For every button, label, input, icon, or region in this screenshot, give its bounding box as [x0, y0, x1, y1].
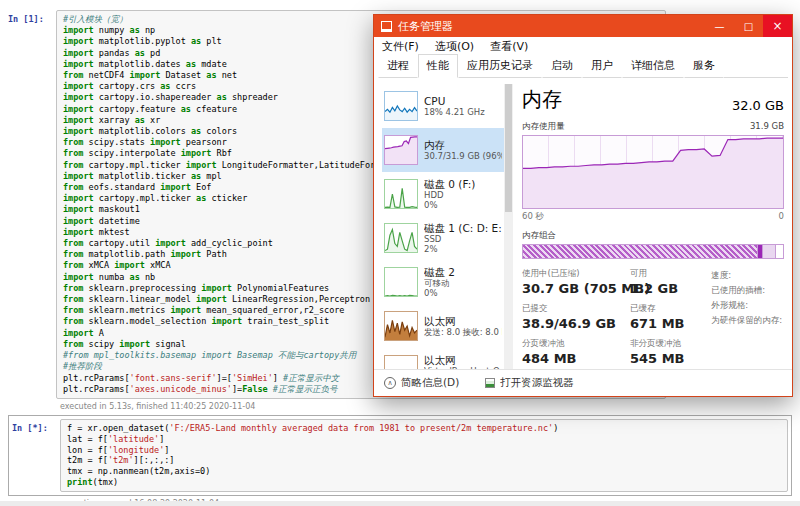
selected-cell-border: In [*]: f = xr.open_dataset('F:/ERA5-Lan… [8, 415, 792, 496]
window-title: 任务管理器 [398, 19, 453, 34]
code-line: t2m = f['t2m'][:,:,:] [67, 455, 781, 466]
tab[interactable]: 应用历史记录 [458, 54, 542, 78]
sidebar-item-detail: 30.7/31.9 GB (96%) [424, 151, 502, 161]
tab-bar: 进程性能应用历史记录启动用户详细信息服务 [374, 56, 792, 78]
disk2-mini-graph [384, 267, 418, 297]
sidebar-item-name: 磁盘 0 (F:) [424, 178, 475, 190]
fewer-details-label: 简略信息(D) [401, 376, 459, 390]
net2-mini-graph [384, 355, 418, 369]
stat-value: 545 MB [630, 351, 685, 366]
hardware-info-line: 为硬件保留的内存: [711, 313, 782, 328]
axis-zero-label: 0 [779, 211, 784, 223]
close-button[interactable]: × [763, 15, 792, 37]
memory-composition-standby [762, 245, 775, 258]
cpu-mini-graph [384, 91, 418, 121]
memory-stat: 已提交38.9/46.9 GB [522, 303, 626, 331]
tab[interactable]: 用户 [582, 54, 622, 78]
tab[interactable]: 性能 [418, 54, 458, 78]
code-line: print(tmx) [67, 477, 781, 488]
sidebar-item-detail: SSD [424, 234, 502, 244]
sidebar-item-detail: 0% [424, 288, 455, 298]
minimize-button[interactable]: — [705, 15, 734, 37]
sidebar-item-detail: 0% [424, 200, 475, 210]
fewer-details-button[interactable]: ∧ 简略信息(D) [384, 376, 459, 390]
mem-mini-graph [384, 135, 418, 165]
sidebar-item-detail: 可移动 [424, 278, 455, 288]
composition-label: 内存组合 [522, 230, 784, 242]
code-line: lon = f['longitude'] [67, 445, 781, 456]
usage-max: 31.9 GB [750, 121, 784, 133]
stat-label: 已缓存 [630, 303, 685, 315]
memory-stat: 非分页缓冲池545 MB [630, 338, 685, 366]
memory-composition-free [775, 245, 783, 258]
memory-title: 内存 [522, 86, 562, 113]
stat-value: 30.7 GB (705 MB) [522, 281, 626, 296]
code-line: lat = f['latitude'] [67, 434, 781, 445]
hardware-info-line: 速度: [711, 268, 782, 283]
sidebar-item-disk2[interactable]: 磁盘 2可移动0% [382, 260, 504, 304]
sidebar-item-disk1[interactable]: 磁盘 1 (C: D: E:SSD2% [382, 216, 504, 260]
sidebar-item-name: CPU [424, 95, 485, 107]
memory-composition-bar [522, 244, 784, 259]
sidebar-item-detail: HDD [424, 190, 475, 200]
code-cell-2[interactable]: In [*]: f = xr.open_dataset('F:/ERA5-Lan… [8, 415, 792, 506]
task-manager-footer: ∧ 简略信息(D) 打开资源监视器 [374, 369, 792, 396]
menu-item[interactable]: 查看(V) [482, 39, 536, 54]
memory-composition-used [523, 245, 757, 258]
task-manager-window: 任务管理器 — □ × 文件(F)选项(O)查看(V) 进程性能应用历史记录启动… [373, 14, 793, 397]
sidebar-item-name: 内存 [424, 139, 502, 151]
memory-usage-graph [522, 135, 784, 209]
sidebar-item-cpu[interactable]: CPU18% 4.21 GHz [382, 84, 504, 128]
memory-usage-chart [523, 136, 783, 208]
titlebar[interactable]: 任务管理器 — □ × [374, 15, 792, 37]
stat-label: 分页缓冲池 [522, 338, 626, 350]
memory-stat: 可用1.2 GB [630, 268, 685, 296]
resource-monitor-icon [485, 378, 495, 388]
stat-value: 671 MB [630, 316, 685, 331]
sidebar-item-net2[interactable]: 以太网VirtualBox Host-On...发送 0 接收 0 Kbps [382, 348, 504, 369]
memory-stat: 已缓存671 MB [630, 303, 685, 331]
code-editor[interactable]: f = xr.open_dataset('F:/ERA5-Land monthl… [67, 423, 781, 488]
stat-label: 非分页缓冲池 [630, 338, 685, 350]
sidebar-scrollbar[interactable] [504, 84, 513, 369]
resource-monitor-label: 打开资源监视器 [500, 376, 574, 390]
tabbar-filler [724, 56, 788, 78]
cell-prompt: In [1]: [8, 10, 56, 24]
performance-sidebar: CPU18% 4.21 GHz内存30.7/31.9 GB (96%)磁盘 0 … [382, 84, 504, 369]
sidebar-item-net1[interactable]: 以太网发送: 8.0 接收: 8.0 Kbps [382, 304, 504, 348]
execution-status: execution queued 16:08:29 2020-11-04 [60, 499, 792, 506]
sidebar-item-detail: 发送: 8.0 接收: 8.0 Kbps [424, 327, 502, 337]
code-input-area[interactable]: f = xr.open_dataset('F:/ERA5-Land monthl… [60, 419, 788, 492]
disk1-mini-graph [384, 223, 418, 253]
tab[interactable]: 启动 [542, 54, 582, 78]
hardware-info-line: 已使用的插槽: [711, 283, 782, 298]
code-line: f = xr.open_dataset('F:/ERA5-Land monthl… [67, 423, 781, 434]
memory-detail-pane: 内存 32.0 GB 内存使用量 31.9 GB 60 秒 0 内存组合 使用中… [518, 84, 786, 369]
memory-stats: 使用中(已压缩)30.7 GB (705 MB)可用1.2 GB已提交38.9/… [522, 268, 685, 366]
stat-label: 可用 [630, 268, 685, 280]
chevron-up-icon: ∧ [384, 377, 396, 389]
sidebar-item-name: 以太网 [424, 315, 502, 327]
execution-status: executed in 5.13s, finished 11:40:25 202… [60, 402, 666, 411]
net1-mini-graph [384, 311, 418, 341]
memory-hardware-info: 速度:已使用的插槽:外形规格:为硬件保留的内存: [711, 268, 784, 366]
stat-label: 使用中(已压缩) [522, 268, 626, 280]
menu-item[interactable]: 选项(O) [427, 39, 482, 54]
sidebar-item-disk0[interactable]: 磁盘 0 (F:)HDD0% [382, 172, 504, 216]
tab[interactable]: 服务 [684, 54, 724, 78]
scrollbar-thumb[interactable] [505, 84, 512, 212]
sidebar-item-name: 以太网 [424, 354, 502, 366]
tab[interactable]: 进程 [378, 54, 418, 78]
sidebar-item-name: 磁盘 1 (C: D: E: [424, 222, 502, 234]
sidebar-item-detail: 2% [424, 244, 502, 254]
sidebar-item-mem[interactable]: 内存30.7/31.9 GB (96%) [382, 128, 504, 172]
task-manager-icon [381, 21, 392, 32]
menu-item[interactable]: 文件(F) [374, 39, 427, 54]
tab[interactable]: 详细信息 [622, 54, 684, 78]
maximize-button[interactable]: □ [734, 15, 763, 37]
code-line: tmx = np.nanmean(t2m,axis=0) [67, 466, 781, 477]
stat-value: 38.9/46.9 GB [522, 316, 626, 331]
memory-stat: 使用中(已压缩)30.7 GB (705 MB) [522, 268, 626, 296]
disk0-mini-graph [384, 179, 418, 209]
open-resource-monitor-link[interactable]: 打开资源监视器 [485, 376, 574, 390]
